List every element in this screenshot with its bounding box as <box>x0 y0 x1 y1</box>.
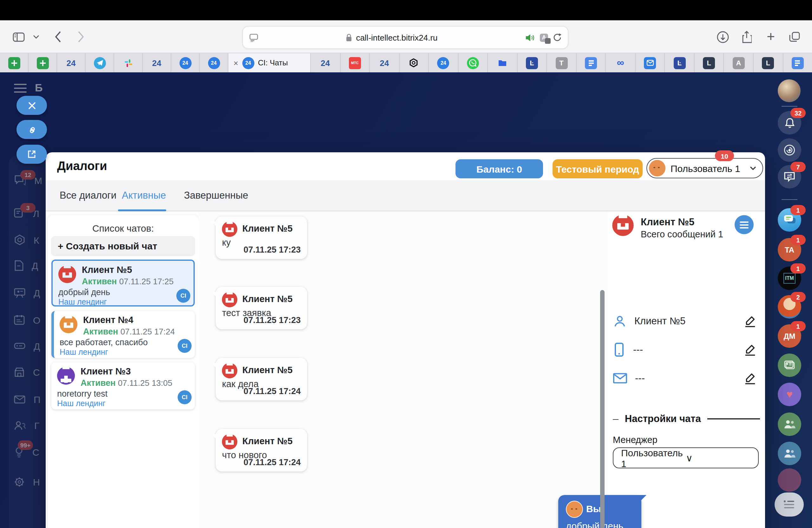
pinned-tab[interactable]: МТС <box>340 53 370 72</box>
tab-ci-chats[interactable]: × 24 CI: Чаты <box>228 53 311 72</box>
chat-ta-button[interactable]: TA 1 <box>778 238 801 261</box>
audio-icon[interactable] <box>525 33 535 42</box>
collapse-icon[interactable]: – <box>613 413 619 425</box>
new-tab-button[interactable]: + <box>763 20 778 53</box>
back-button[interactable] <box>51 20 65 53</box>
incoming-message: Клиент №5 как дела 07.11.25 17:24 <box>216 358 307 400</box>
messenger-badge: 1 <box>791 205 806 215</box>
bitrix24-favicon: 24 <box>151 57 163 69</box>
macos-menubar <box>0 0 812 20</box>
create-chat-button[interactable]: + Создать новый чат <box>52 236 195 255</box>
employee-avatar-button[interactable]: 2 <box>778 295 801 318</box>
envelope-icon <box>613 372 627 384</box>
hamburger-icon <box>740 221 749 228</box>
sidebar-toggle-button[interactable] <box>10 20 27 53</box>
forward-button[interactable] <box>74 20 88 53</box>
pinned-tab[interactable] <box>636 53 665 72</box>
pinned-tab[interactable]: L <box>754 53 783 72</box>
edit-email-button[interactable] <box>743 372 757 385</box>
pinned-tab[interactable]: 24 <box>171 53 200 72</box>
bitrix24-cloud-favicon: 24 <box>242 57 254 69</box>
pinned-tab[interactable]: 24 <box>200 53 228 72</box>
open-lines-button[interactable]: 7 <box>778 165 801 188</box>
sidebar-chevron-button[interactable] <box>30 20 42 53</box>
open-in-new-button[interactable] <box>16 145 47 164</box>
bitrix24-page-background: Б 12 М 3 Л К Д Д О Д <box>0 72 812 528</box>
translate-icon[interactable]: A <box>540 33 548 42</box>
tab-title: CI: Чаты <box>258 58 288 67</box>
reload-icon[interactable] <box>553 33 562 42</box>
client-avatar <box>221 221 238 237</box>
pinned-tab[interactable] <box>783 53 812 72</box>
source-link[interactable]: Наш лендинг <box>58 298 107 306</box>
pinned-tab[interactable]: 24 <box>143 53 171 72</box>
edit-name-button[interactable] <box>743 314 757 328</box>
copy-link-button[interactable] <box>16 120 47 139</box>
chat-itm-button[interactable]: ITM 1 <box>778 267 801 290</box>
pinned-tab[interactable] <box>114 53 143 72</box>
pinned-tab[interactable]: 24 <box>311 53 340 72</box>
share-button[interactable] <box>739 20 754 53</box>
open-lines-badge: 7 <box>791 162 806 172</box>
sheets-favicon <box>37 57 48 69</box>
user-menu[interactable]: Пользователь 1 <box>647 158 763 178</box>
manager-select[interactable]: Пользователь 1 ∨ <box>613 447 759 468</box>
pinned-tab[interactable] <box>399 53 429 72</box>
close-tab-icon[interactable]: × <box>233 58 238 68</box>
tab-active[interactable]: Активные <box>122 190 166 201</box>
panel-menu-button[interactable] <box>735 215 754 234</box>
source-link[interactable]: Наш лендинг <box>57 399 106 408</box>
bitrix-app-favicon: Ŀ <box>526 57 538 69</box>
tab-strip: 24 24 24 24 × 24 CI: Чаты 24 МТС 24 24 Ŀ… <box>0 53 812 72</box>
chat-avatar-faded[interactable] <box>778 468 801 492</box>
client-avatar <box>59 315 78 334</box>
incoming-message: Клиент №5 что нового 07.11.25 17:24 <box>216 429 307 472</box>
pencil-icon <box>743 343 757 356</box>
pinned-tab[interactable] <box>488 53 517 72</box>
address-bar[interactable]: call-intellect.bitrix24.ru A <box>242 26 568 49</box>
downloads-button[interactable] <box>715 20 730 53</box>
copilot-button[interactable] <box>778 138 801 162</box>
trial-period-button[interactable]: Тестовый период <box>553 159 643 178</box>
avatar-heart-button[interactable]: ♥ <box>778 383 801 406</box>
group-chat-button[interactable] <box>778 442 801 465</box>
messenger-app-button[interactable]: 1 <box>778 208 801 232</box>
tab-overview-button[interactable] <box>787 20 802 53</box>
bitrix24-cloud-favicon: 24 <box>208 57 220 69</box>
user-avatar[interactable] <box>778 79 801 102</box>
chat-list-item[interactable]: Клиент №3 Активен 07.11.25 13:05 noretor… <box>52 362 195 409</box>
close-slider-button[interactable] <box>16 96 47 115</box>
pinned-tab[interactable]: L <box>695 53 724 72</box>
notifications-button[interactable]: 32 <box>778 111 801 134</box>
contacts-chat-button[interactable] <box>778 354 801 377</box>
pinned-tab[interactable]: 24 <box>429 53 458 72</box>
pinned-tab[interactable] <box>86 53 114 72</box>
chat-list-item[interactable]: Клиент №4 Активен 07.11.25 17:24 все раб… <box>52 311 195 358</box>
tab-finished[interactable]: Завершенные <box>184 190 248 201</box>
document-favicon <box>792 57 804 69</box>
source-link[interactable]: Наш лендинг <box>60 348 108 357</box>
chat-dm-button[interactable]: ДМ 1 <box>778 324 801 348</box>
strip-menu-button[interactable] <box>774 493 804 517</box>
balance-button[interactable]: Баланс: 0 <box>455 159 543 178</box>
l-app-favicon: L <box>762 57 774 69</box>
pinned-tab[interactable]: Ŀ <box>665 53 695 72</box>
pinned-tab[interactable] <box>458 53 488 72</box>
pinned-tab[interactable] <box>29 53 57 72</box>
chat-list-item[interactable]: Клиент №5 Активен 07.11.25 17:25 добрый … <box>52 259 195 306</box>
pinned-tab[interactable] <box>577 53 606 72</box>
pinned-tab[interactable]: T <box>547 53 577 72</box>
chat-settings-header[interactable]: – Настройки чата <box>613 413 760 425</box>
pinned-tab[interactable]: 24 <box>370 53 399 72</box>
meta-favicon: ∞ <box>614 57 626 69</box>
pinned-tab[interactable]: 24 <box>57 53 86 72</box>
tab-all-dialogs[interactable]: Все диалоги <box>60 190 116 201</box>
edit-phone-button[interactable] <box>743 343 757 356</box>
pinned-tab[interactable] <box>0 53 29 72</box>
pinned-tab[interactable]: A <box>724 53 754 72</box>
messages-scrollbar[interactable] <box>600 290 605 528</box>
pinned-tab[interactable]: ∞ <box>606 53 636 72</box>
pinned-tab[interactable]: Ŀ <box>517 53 547 72</box>
group-chat-button[interactable] <box>778 413 801 436</box>
reader-icon[interactable] <box>249 33 258 42</box>
